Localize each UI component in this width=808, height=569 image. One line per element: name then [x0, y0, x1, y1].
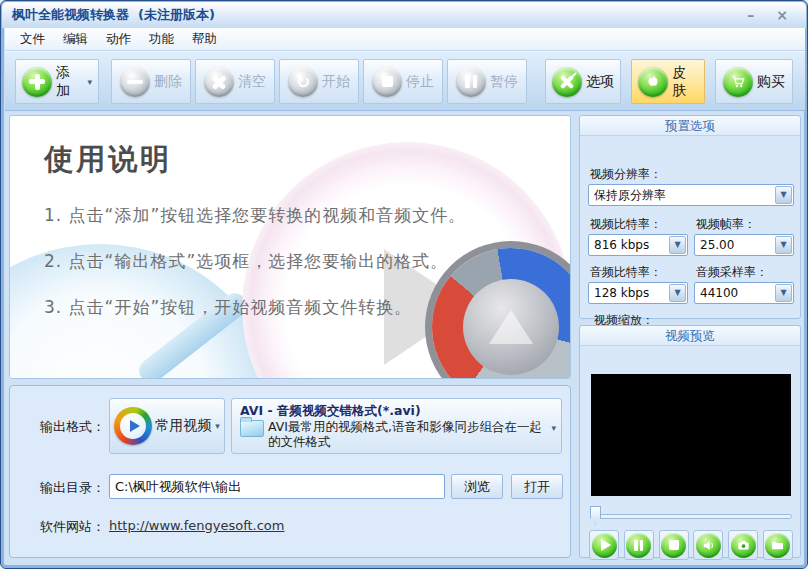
arrow-glyph: ▼: [674, 289, 680, 297]
format-category-label: 常用视频: [155, 417, 211, 435]
instruction-step-2: 2. 点击“输出格式”选项框，选择您要输出的格式。: [44, 250, 448, 273]
format-title: AVI - 音频视频交错格式(*.avi): [240, 403, 543, 418]
delete-icon: [120, 67, 150, 97]
output-panel: 输出格式： 常用视频 ▾ AVI - 音频视频交错格式(*.avi) AVI最常…: [9, 385, 571, 558]
website-label: 软件网站：: [40, 518, 105, 536]
instructions-panel: 使用说明 1. 点击“添加”按钮选择您要转换的视频和音频文件。 2. 点击“输出…: [9, 115, 571, 379]
toolbar-pause-button[interactable]: 暂停: [447, 59, 527, 104]
instructions-title: 使用说明: [44, 140, 172, 180]
seek-slider-track[interactable]: [590, 514, 792, 519]
start-glyph: ↻: [294, 73, 312, 91]
video-bitrate-value: 816 kbps: [589, 238, 669, 252]
toolbar-delete-label: 删除: [154, 73, 182, 91]
toolbar-start-button[interactable]: ↻ 开始: [279, 59, 359, 104]
chevron-down-icon[interactable]: ▼: [775, 284, 792, 302]
format-folder-icon: [240, 420, 264, 437]
preview-pause-button[interactable]: [624, 530, 654, 560]
audio-bitrate-combo[interactable]: 128 kbps ▼: [588, 282, 688, 304]
format-combo[interactable]: AVI - 音频视频交错格式(*.avi) AVI最常用的视频格式,语音和影像同…: [231, 398, 562, 454]
speaker-icon: [696, 533, 721, 558]
preview-volume-button[interactable]: [693, 530, 723, 560]
preview-folder-button[interactable]: [763, 530, 793, 560]
output-directory-label: 输出目录：: [40, 479, 105, 497]
sample-rate-combo[interactable]: 44100 ▼: [694, 282, 794, 304]
preview-group-title: 视频预览: [580, 326, 800, 346]
media-player-icon: [114, 407, 152, 445]
clear-icon: [204, 67, 234, 97]
chevron-down-icon[interactable]: ▼: [775, 236, 792, 254]
toolbar-buy-button[interactable]: 购买: [715, 59, 793, 104]
add-dropdown-icon[interactable]: ▾: [87, 77, 92, 87]
arrow-glyph: ▼: [780, 289, 786, 297]
preview-stop-button[interactable]: [659, 530, 689, 560]
menu-item-action[interactable]: 动作: [97, 28, 140, 51]
video-preview-screen: [591, 374, 791, 496]
browse-button[interactable]: 浏览: [451, 474, 503, 499]
toolbar-add-label: 添加: [56, 64, 82, 100]
toolbar-delete-button[interactable]: 删除: [111, 59, 191, 104]
watermark-up-arrow-icon: [489, 310, 533, 344]
output-directory-input[interactable]: [109, 474, 445, 499]
framerate-value: 25.00: [695, 238, 775, 252]
seek-slider[interactable]: [590, 506, 792, 526]
toolbar-add-button[interactable]: 添加 ▾: [15, 59, 99, 104]
presets-group: 预置选项 视频分辨率： 保持原分辨率 ▼ 视频比特率： 视频帧率： 816 kb…: [579, 115, 801, 319]
video-bitrate-label: 视频比特率：: [590, 216, 662, 233]
stop-icon: [372, 67, 402, 97]
output-format-label: 输出格式：: [40, 418, 105, 436]
pause-icon: [626, 533, 651, 558]
stop-icon: [661, 533, 686, 558]
menu-item-function[interactable]: 功能: [140, 28, 183, 51]
video-bitrate-combo[interactable]: 816 kbps ▼: [588, 234, 688, 256]
category-dropdown-icon: ▾: [215, 421, 220, 431]
watermark-logo-inner: [463, 279, 559, 375]
buy-cart-icon: [723, 67, 753, 97]
resolution-value: 保持原分辨率: [589, 187, 775, 204]
format-category-button[interactable]: 常用视频 ▾: [109, 398, 225, 454]
toolbar-skin-button[interactable]: 皮肤: [631, 59, 705, 104]
website-link[interactable]: http://www.fengyesoft.com: [109, 518, 285, 533]
menu-item-file[interactable]: 文件: [11, 28, 54, 51]
add-icon: [22, 67, 52, 97]
open-button[interactable]: 打开: [511, 474, 563, 499]
sample-rate-label: 音频采样率：: [696, 264, 768, 281]
format-dropdown-icon[interactable]: ▾: [551, 423, 556, 433]
close-icon[interactable]: ×: [776, 8, 788, 22]
presets-group-title: 预置选项: [580, 116, 800, 136]
arrow-glyph: ▼: [780, 241, 786, 249]
framerate-combo[interactable]: 25.00 ▼: [694, 234, 794, 256]
toolbar-stop-button[interactable]: 停止: [363, 59, 443, 104]
toolbar-stop-label: 停止: [406, 73, 434, 91]
menu-item-edit[interactable]: 编辑: [54, 28, 97, 51]
toolbar-clear-button[interactable]: 清空: [195, 59, 275, 104]
resolution-label: 视频分辨率：: [590, 166, 662, 183]
minimize-icon[interactable]: –: [747, 8, 754, 22]
title-bar[interactable]: 枫叶全能视频转换器 (未注册版本) – ×: [2, 2, 806, 28]
folder-icon: [765, 533, 790, 558]
format-description: AVI最常用的视频格式,语音和影像同步组合在一起的文件格式: [268, 419, 543, 449]
instruction-step-1: 1. 点击“添加”按钮选择您要转换的视频和音频文件。: [44, 204, 466, 227]
skin-apple-icon: [638, 67, 668, 97]
resolution-combo[interactable]: 保持原分辨率 ▼: [588, 184, 794, 206]
play-icon: [592, 533, 617, 558]
chevron-down-icon[interactable]: ▼: [775, 186, 792, 204]
start-icon: ↻: [288, 67, 318, 97]
toolbar-options-button[interactable]: 选项: [545, 59, 621, 104]
toolbar-skin-label: 皮肤: [672, 64, 698, 100]
chevron-down-icon[interactable]: ▼: [669, 284, 686, 302]
sample-rate-value: 44100: [695, 286, 775, 300]
framerate-label: 视频帧率：: [696, 216, 756, 233]
seek-slider-thumb[interactable]: [590, 506, 601, 525]
chevron-down-icon[interactable]: ▼: [669, 236, 686, 254]
toolbar-pause-label: 暂停: [490, 73, 518, 91]
preview-snapshot-button[interactable]: [728, 530, 758, 560]
app-window: 枫叶全能视频转换器 (未注册版本) – × 文件 编辑 动作 功能 帮助 添加 …: [0, 0, 808, 569]
preview-play-button[interactable]: [589, 530, 619, 560]
menu-item-help[interactable]: 帮助: [183, 28, 226, 51]
preview-group: 视频预览: [579, 325, 801, 558]
toolbar: 添加 ▾ 删除 清空 ↻ 开始 停止 暂停 选项: [5, 51, 805, 111]
window-controls: – ×: [747, 8, 796, 22]
options-tools-icon: [552, 67, 582, 97]
audio-bitrate-label: 音频比特率：: [590, 264, 662, 281]
toolbar-start-label: 开始: [322, 73, 350, 91]
